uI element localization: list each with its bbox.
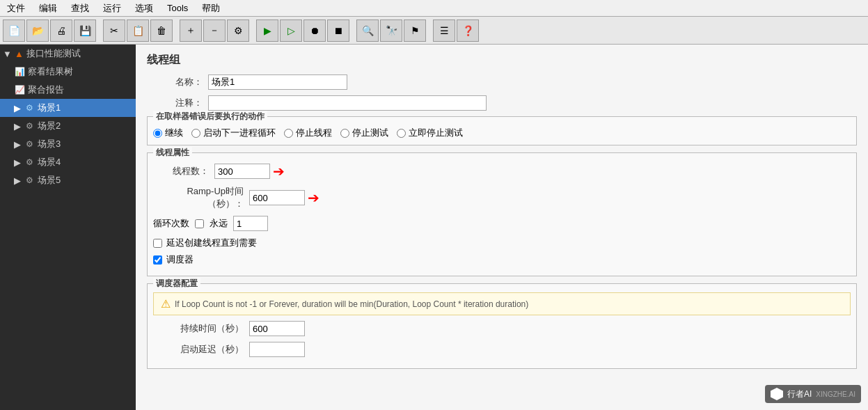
radio-stop-test[interactable]: 停止测试 bbox=[340, 127, 388, 139]
scheduler-config-section: 调度器配置 ⚠ If Loop Count is not -1 or Forev… bbox=[147, 283, 857, 369]
toolbar-new[interactable]: 📄 bbox=[3, 19, 25, 42]
duration-input[interactable] bbox=[249, 321, 305, 336]
loop-count-input[interactable] bbox=[233, 216, 268, 231]
radio-next-loop-input[interactable] bbox=[191, 129, 200, 138]
menu-file[interactable]: 文件 bbox=[3, 1, 29, 16]
scheduler-label: 调度器 bbox=[166, 253, 194, 266]
scene3-arrow: ▶ bbox=[14, 139, 21, 150]
menu-find[interactable]: 查找 bbox=[67, 1, 93, 16]
name-input[interactable] bbox=[208, 74, 347, 90]
radio-stop-test-now[interactable]: 立即停止测试 bbox=[397, 127, 463, 139]
rampup-input[interactable] bbox=[249, 190, 305, 205]
delay-create-label: 延迟创建线程直到需要 bbox=[166, 237, 257, 249]
toolbar-record[interactable]: ⏺ bbox=[303, 19, 326, 42]
rampup-row: Ramp-Up时间（秒）： ➔ bbox=[153, 185, 851, 210]
toolbar-remove[interactable]: － bbox=[203, 19, 226, 42]
sidebar-item-label: 聚合报告 bbox=[28, 84, 64, 96]
scheduler-checkbox[interactable] bbox=[153, 255, 162, 265]
toolbar-delete[interactable]: 🗑 bbox=[150, 19, 173, 42]
menu-help[interactable]: 帮助 bbox=[198, 1, 224, 16]
scene4-arrow: ▶ bbox=[14, 157, 21, 168]
toolbar-add[interactable]: ＋ bbox=[180, 19, 202, 42]
toolbar-flag[interactable]: ⚑ bbox=[404, 19, 426, 42]
triangle-icon: ▲ bbox=[15, 49, 24, 59]
toolbar-help[interactable]: ❓ bbox=[457, 19, 479, 42]
branding: 行者AI XINGZHE.AI bbox=[765, 385, 861, 403]
toolbar: 📄 📂 🖨 💾 ✂ 📋 🗑 ＋ － ⚙ ▶ ▷ ⏺ ⏹ 🔍 🔭 ⚑ ☰ ❓ bbox=[0, 17, 868, 45]
scheduler-config-title: 调度器配置 bbox=[153, 278, 200, 290]
toolbar-settings[interactable]: ⚙ bbox=[227, 19, 249, 42]
duration-row: 持续时间（秒） bbox=[153, 321, 851, 336]
menu-tools[interactable]: Tools bbox=[163, 1, 192, 15]
toolbar-play[interactable]: ▶ bbox=[256, 19, 278, 42]
rampup-label: Ramp-Up时间（秒）： bbox=[153, 185, 244, 210]
comment-row: 注释： bbox=[147, 95, 857, 111]
sidebar-item-label: 察看结果树 bbox=[28, 65, 73, 78]
thread-count-input[interactable] bbox=[214, 164, 270, 179]
comment-label: 注释： bbox=[147, 97, 203, 109]
comment-input[interactable] bbox=[208, 95, 487, 111]
sidebar-item-scene1[interactable]: ▶ ⚙ 场景1 bbox=[0, 99, 136, 117]
toolbar-search2[interactable]: 🔭 bbox=[380, 19, 402, 42]
scene1-icon: ⚙ bbox=[24, 102, 35, 113]
sidebar-item-results-tree[interactable]: 📊 察看结果树 bbox=[0, 63, 136, 81]
thread-count-label: 线程数： bbox=[153, 165, 209, 178]
radio-stop-test-label: 停止测试 bbox=[352, 127, 388, 139]
brand-sub: XINGZHE.AI bbox=[816, 391, 855, 398]
toolbar-open[interactable]: 📂 bbox=[26, 19, 49, 42]
rampup-arrow: ➔ bbox=[308, 189, 319, 206]
scene2-arrow: ▶ bbox=[14, 121, 21, 132]
sidebar-item-scene5[interactable]: ▶ ⚙ 场景5 bbox=[0, 171, 136, 189]
sidebar-item-label: 场景4 bbox=[38, 156, 61, 168]
thread-props-title: 线程属性 bbox=[153, 147, 192, 159]
thread-count-row: 线程数： ➔ bbox=[153, 163, 851, 180]
error-action-radio-group: 继续 启动下一进程循环 停止线程 停止测试 立即停止测试 bbox=[153, 127, 851, 139]
loop-forever-checkbox[interactable] bbox=[195, 219, 204, 228]
sidebar-item-label: 场景2 bbox=[38, 120, 61, 132]
error-action-section: 在取样器错误后要执行的动作 继续 启动下一进程循环 停止线程 停止测试 bbox=[147, 116, 857, 145]
thread-props-section: 线程属性 线程数： ➔ Ramp-Up时间（秒）： ➔ 循环次数 永远 bbox=[147, 152, 857, 276]
radio-stop-thread[interactable]: 停止线程 bbox=[284, 127, 332, 139]
scheduler-row: 调度器 bbox=[153, 253, 851, 266]
scene5-icon: ⚙ bbox=[24, 175, 35, 186]
delay-create-row: 延迟创建线程直到需要 bbox=[153, 237, 851, 249]
radio-continue-input[interactable] bbox=[153, 129, 162, 138]
sidebar-item-scene3[interactable]: ▶ ⚙ 场景3 bbox=[0, 135, 136, 153]
menu-edit[interactable]: 编辑 bbox=[35, 1, 61, 16]
radio-stop-test-input[interactable] bbox=[340, 129, 349, 138]
toolbar-play-check[interactable]: ▷ bbox=[280, 19, 302, 42]
radio-continue[interactable]: 继续 bbox=[153, 127, 183, 139]
toolbar-stop[interactable]: ⏹ bbox=[327, 19, 349, 42]
start-delay-input[interactable] bbox=[249, 342, 305, 357]
radio-next-loop[interactable]: 启动下一进程循环 bbox=[191, 127, 276, 139]
toolbar-print[interactable]: 🖨 bbox=[50, 19, 72, 42]
results-tree-icon: 📊 bbox=[14, 66, 25, 77]
start-delay-row: 启动延迟（秒） bbox=[153, 342, 851, 357]
scene1-arrow: ▶ bbox=[14, 103, 21, 113]
toolbar-copy[interactable]: 📋 bbox=[127, 19, 149, 42]
panel-title: 线程组 bbox=[147, 53, 857, 68]
sidebar-item-scene4[interactable]: ▶ ⚙ 场景4 bbox=[0, 153, 136, 171]
menu-run[interactable]: 运行 bbox=[99, 1, 125, 16]
sidebar: ▼ ▲ 接口性能测试 📊 察看结果树 📈 聚合报告 ▶ ⚙ 场景1 ▶ ⚙ 场景… bbox=[0, 45, 136, 410]
sidebar-item-scene2[interactable]: ▶ ⚙ 场景2 bbox=[0, 117, 136, 135]
loop-count-row: 循环次数 永远 bbox=[153, 216, 851, 231]
toolbar-save[interactable]: 💾 bbox=[74, 19, 96, 42]
sidebar-item-label: 场景1 bbox=[38, 102, 61, 114]
menu-options[interactable]: 选项 bbox=[131, 1, 157, 16]
sidebar-item-aggregate-report[interactable]: 📈 聚合报告 bbox=[0, 81, 136, 99]
duration-label: 持续时间（秒） bbox=[153, 322, 244, 335]
aggregate-icon: 📈 bbox=[14, 84, 25, 95]
radio-stop-test-now-input[interactable] bbox=[397, 129, 406, 138]
toolbar-list[interactable]: ☰ bbox=[433, 19, 455, 42]
radio-stop-thread-input[interactable] bbox=[284, 129, 293, 138]
brand-logo bbox=[771, 388, 783, 400]
toolbar-cut[interactable]: ✂ bbox=[103, 19, 125, 42]
radio-next-loop-label: 启动下一进程循环 bbox=[203, 127, 276, 139]
delay-create-checkbox[interactable] bbox=[153, 239, 162, 248]
sidebar-item-label: 场景5 bbox=[38, 174, 61, 187]
name-row: 名称： bbox=[147, 74, 857, 90]
scene3-icon: ⚙ bbox=[24, 139, 35, 150]
toolbar-search1[interactable]: 🔍 bbox=[356, 19, 379, 42]
sidebar-root-label: 接口性能测试 bbox=[26, 47, 81, 60]
